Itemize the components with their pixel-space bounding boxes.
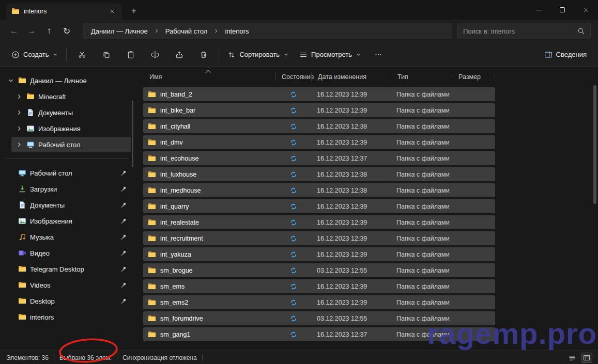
up-button[interactable]: ↑ xyxy=(40,23,58,39)
close-button[interactable] xyxy=(574,0,598,20)
statusbar-separator xyxy=(202,354,203,361)
music-icon xyxy=(18,233,26,241)
list-view-toggle[interactable] xyxy=(567,353,577,362)
back-button[interactable]: ← xyxy=(5,23,23,39)
pin-icon xyxy=(120,297,127,305)
file-date: 16.12.2023 12:39 xyxy=(312,299,391,306)
file-row[interactable]: int_medhouse16.12.2023 12:38Папка с файл… xyxy=(143,183,495,197)
sidebar-item[interactable]: Desktop xyxy=(3,293,131,309)
file-row[interactable]: int_recruitment16.12.2023 12:39Папка с ф… xyxy=(143,231,495,245)
sidebar-item[interactable]: Рабочий стол xyxy=(11,137,131,152)
sidebar-item[interactable]: Minecraft xyxy=(11,89,131,104)
search-icon[interactable] xyxy=(577,27,585,35)
file-explorer-window: interiors ← → ↑ ↻ Даниил — Личное Рабочи… xyxy=(0,0,598,364)
content-scrollbar[interactable] xyxy=(593,70,596,347)
sidebar-item[interactable]: interiors xyxy=(3,309,131,325)
sidebar-item[interactable]: Документы xyxy=(3,197,131,213)
sync-status[interactable]: Синхронизация отложена xyxy=(122,354,197,361)
file-row[interactable]: int_yakuza16.12.2023 12:39Папка с файлам… xyxy=(143,247,495,261)
sort-button[interactable]: Сортировать xyxy=(222,46,294,64)
folder-icon xyxy=(148,90,156,99)
breadcrumb-segment[interactable]: Даниил — Личное xyxy=(86,27,152,35)
chevron-right-icon[interactable] xyxy=(16,109,23,116)
details-view-toggle[interactable] xyxy=(581,353,592,362)
sidebar-item[interactable]: Изображения xyxy=(11,121,131,136)
share-button[interactable] xyxy=(167,46,191,64)
chevron-right-icon[interactable] xyxy=(16,125,23,132)
column-header-status[interactable]: Состояние xyxy=(275,69,312,85)
list-view-icon xyxy=(569,354,576,361)
search-box[interactable] xyxy=(457,23,591,39)
file-row[interactable]: sm_forumdrive03.12.2023 12:55Папка с фай… xyxy=(143,311,495,325)
sort-ascending-icon xyxy=(206,70,211,75)
file-row[interactable]: int_luxhouse16.12.2023 12:38Папка с файл… xyxy=(143,167,495,181)
folder-icon xyxy=(148,266,156,275)
file-row[interactable]: int_ecohouse16.12.2023 12:37Папка с файл… xyxy=(143,151,495,165)
search-input[interactable] xyxy=(463,27,574,35)
rename-button[interactable] xyxy=(143,46,167,64)
paste-button[interactable] xyxy=(118,46,143,64)
arrow-right-icon: → xyxy=(27,26,36,36)
view-button[interactable]: Просмотреть xyxy=(294,46,366,64)
file-row[interactable]: int_quarry16.12.2023 12:39Папка с файлам… xyxy=(143,199,495,213)
file-row[interactable]: int_bike_bar16.12.2023 12:39Папка с файл… xyxy=(143,103,495,117)
maximize-button[interactable] xyxy=(550,0,574,20)
chevron-right-icon[interactable] xyxy=(16,93,23,100)
more-button[interactable] xyxy=(366,46,391,64)
new-tab-button[interactable] xyxy=(126,3,142,19)
create-button[interactable]: Создать xyxy=(6,46,63,64)
refresh-button[interactable]: ↻ xyxy=(58,23,75,39)
column-header-size[interactable]: Размер xyxy=(452,69,495,85)
sidebar-item-label: interiors xyxy=(30,313,54,321)
column-header-type[interactable]: Тип xyxy=(391,69,452,85)
toolbar-separator xyxy=(66,49,67,61)
sidebar-item[interactable]: Telegram Desktop xyxy=(3,261,131,277)
breadcrumb-segment[interactable]: Рабочий стол xyxy=(161,27,212,35)
pin-icon xyxy=(120,281,127,289)
file-status-cell xyxy=(275,107,312,114)
column-header-date[interactable]: Дата изменения xyxy=(312,69,391,85)
file-row[interactable]: sm_ems216.12.2023 12:39Папка с файлами xyxy=(143,295,495,309)
file-row[interactable]: int_realestate16.12.2023 12:39Папка с фа… xyxy=(143,215,495,229)
file-name: sm_ems2 xyxy=(160,299,188,306)
sync-icon xyxy=(290,283,297,290)
sidebar-scrollbar[interactable] xyxy=(132,100,133,167)
file-row[interactable]: int_band_216.12.2023 12:39Папка с файлам… xyxy=(143,87,495,101)
forward-button[interactable]: → xyxy=(23,23,40,39)
tab-interiors[interactable]: interiors xyxy=(6,3,122,20)
details-pane-button[interactable]: Сведения xyxy=(539,46,592,64)
sync-icon xyxy=(290,219,297,226)
file-date: 16.12.2023 12:37 xyxy=(312,331,391,338)
breadcrumb[interactable]: Даниил — Личное Рабочий стол interiors xyxy=(83,23,452,39)
details-pane-label: Сведения xyxy=(556,51,587,58)
file-row[interactable]: sm_ems16.12.2023 12:39Папка с файлами xyxy=(143,279,495,293)
sidebar-item[interactable]: Музыка xyxy=(3,229,131,245)
file-row[interactable]: sm_brogue03.12.2023 12:55Папка с файлами xyxy=(143,263,495,277)
chevron-right-icon[interactable] xyxy=(16,141,23,148)
sidebar-item[interactable]: Даниил — Личное xyxy=(3,73,131,88)
file-row[interactable]: sm_gang116.12.2023 12:37Папка с файлами xyxy=(143,327,495,341)
chevron-down-icon[interactable] xyxy=(7,77,14,84)
copy-button[interactable] xyxy=(94,46,118,64)
sidebar-item[interactable]: Документы xyxy=(11,105,131,120)
folder-icon xyxy=(148,250,156,259)
sidebar-item[interactable]: Загрузки xyxy=(3,181,131,197)
sidebar-divider xyxy=(5,159,129,159)
sidebar-item[interactable]: Видео xyxy=(3,245,131,261)
tab-close-icon[interactable] xyxy=(108,7,117,16)
column-header-name[interactable]: Имя xyxy=(143,69,275,85)
sidebar-item[interactable]: Videos xyxy=(3,277,131,293)
file-row[interactable]: int_cityhall16.12.2023 12:38Папка с файл… xyxy=(143,119,495,133)
breadcrumb-segment[interactable]: interiors xyxy=(220,27,253,35)
sort-label: Сортировать xyxy=(239,51,280,58)
file-row[interactable]: int_dmv16.12.2023 12:39Папка с файлами xyxy=(143,135,495,149)
cut-button[interactable] xyxy=(70,46,94,64)
delete-button[interactable] xyxy=(191,46,216,64)
sidebar-item[interactable]: Рабочий стол xyxy=(3,165,131,181)
cut-icon xyxy=(78,51,86,59)
minimize-button[interactable] xyxy=(527,0,550,20)
sidebar-item-label: Даниил — Личное xyxy=(30,77,87,85)
sidebar-item[interactable]: Изображения xyxy=(3,213,131,229)
scrollbar-thumb[interactable] xyxy=(593,85,596,204)
file-name: int_yakuza xyxy=(160,251,191,258)
